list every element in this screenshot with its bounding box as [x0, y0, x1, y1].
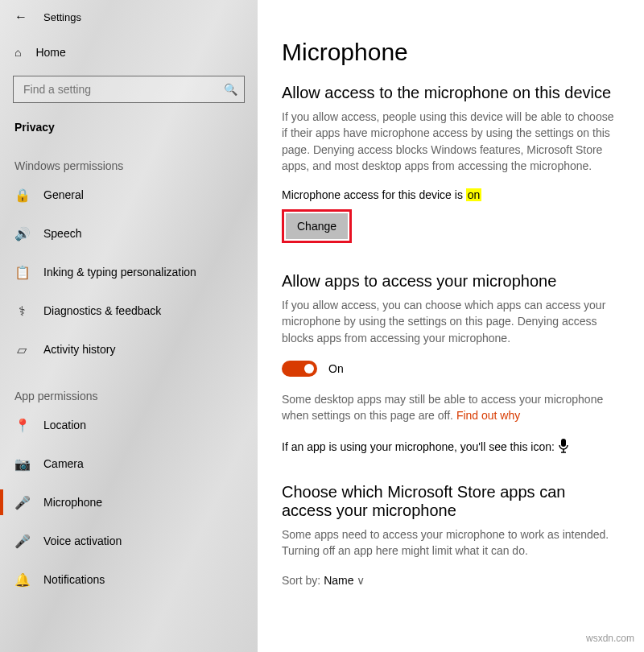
voice-icon: 🎤	[14, 534, 29, 549]
nav-diagnostics[interactable]: ⚕ Diagnostics & feedback	[0, 291, 258, 330]
nav-activity[interactable]: ▱ Activity history	[0, 330, 258, 369]
nav-camera[interactable]: 📷 Camera	[0, 444, 258, 483]
nav-speech[interactable]: 🔊 Speech	[0, 214, 258, 253]
nav-label: Voice activation	[43, 534, 122, 547]
find-out-why-link[interactable]: Find out why	[456, 409, 520, 422]
nav-microphone[interactable]: 🎤 Microphone	[0, 483, 258, 522]
page-title: Microphone	[282, 39, 620, 66]
home-label: Home	[35, 46, 65, 59]
search-icon: 🔍	[224, 83, 237, 96]
apps-access-toggle[interactable]	[282, 361, 317, 377]
nav-label: General	[43, 188, 84, 201]
toggle-label: On	[328, 362, 344, 375]
diagnostics-icon: ⚕	[14, 303, 29, 319]
camera-icon: 📷	[14, 456, 29, 472]
app-title: Settings	[43, 11, 81, 23]
desktop-apps-note: Some desktop apps may still be able to a…	[282, 391, 620, 424]
category-label: Privacy	[0, 111, 258, 138]
svg-rect-0	[561, 439, 566, 447]
nav-inking[interactable]: 📋 Inking & typing personalization	[0, 253, 258, 291]
mic-in-use-text: If an app is using your microphone, you'…	[282, 440, 555, 453]
sort-prefix: Sort by:	[282, 574, 324, 587]
sort-by-control[interactable]: Sort by: Name ∨	[282, 574, 620, 587]
mic-in-use-line: If an app is using your microphone, you'…	[282, 439, 620, 457]
section3-text: Some apps need to access your microphone…	[282, 526, 620, 559]
main-content: Microphone Allow access to the microphon…	[258, 0, 644, 652]
apps-toggle-row: On	[282, 361, 620, 377]
nav-label: Diagnostics & feedback	[43, 304, 161, 317]
section2-heading: Allow apps to access your microphone	[282, 272, 620, 291]
back-icon[interactable]: ←	[14, 10, 27, 24]
section-windows-permissions: Windows permissions	[0, 138, 258, 175]
section-app-permissions: App permissions	[0, 369, 258, 406]
home-nav[interactable]: ⌂ Home	[0, 35, 258, 69]
notifications-icon: 🔔	[14, 572, 29, 588]
nav-label: Activity history	[43, 343, 115, 356]
section2-text: If you allow access, you can choose whic…	[282, 297, 620, 346]
nav-general[interactable]: 🔒 General	[0, 175, 258, 214]
nav-label: Notifications	[43, 573, 105, 586]
device-access-status: Microphone access for this device is on	[282, 188, 620, 201]
watermark: wsxdn.com	[586, 633, 634, 644]
nav-label: Inking & typing personalization	[43, 266, 196, 279]
nav-label: Microphone	[43, 496, 102, 509]
nav-notifications[interactable]: 🔔 Notifications	[0, 560, 258, 599]
section1-heading: Allow access to the microphone on this d…	[282, 84, 620, 102]
nav-voice-activation[interactable]: 🎤 Voice activation	[0, 522, 258, 560]
chevron-down-icon: ∨	[357, 574, 365, 587]
nav-label: Camera	[43, 457, 84, 470]
nav-location[interactable]: 📍 Location	[0, 406, 258, 444]
sidebar: ← Settings ⌂ Home 🔍 Privacy Windows perm…	[0, 0, 258, 652]
activity-icon: ▱	[14, 342, 29, 357]
header-row: ← Settings	[0, 5, 258, 35]
home-icon: ⌂	[14, 46, 21, 59]
nav-label: Speech	[43, 227, 81, 240]
search-input[interactable]	[22, 82, 224, 97]
change-button[interactable]: Change	[286, 213, 348, 239]
highlight-annotation: Change	[282, 209, 352, 243]
section3-heading: Choose which Microsoft Store apps can ac…	[282, 483, 620, 520]
speech-icon: 🔊	[14, 226, 29, 241]
mic-indicator-icon	[558, 439, 569, 457]
sort-value: Name	[324, 574, 353, 587]
lock-icon: 🔒	[14, 188, 29, 203]
inking-icon: 📋	[14, 265, 29, 280]
desktop-note-text: Some desktop apps may still be able to a…	[282, 393, 603, 422]
section1-text: If you allow access, people using this d…	[282, 109, 620, 174]
status-value: on	[466, 188, 482, 201]
nav-label: Location	[43, 419, 86, 431]
mic-icon: 🎤	[14, 495, 29, 510]
search-box[interactable]: 🔍	[13, 76, 245, 103]
status-prefix: Microphone access for this device is	[282, 188, 466, 201]
location-icon: 📍	[14, 418, 29, 433]
